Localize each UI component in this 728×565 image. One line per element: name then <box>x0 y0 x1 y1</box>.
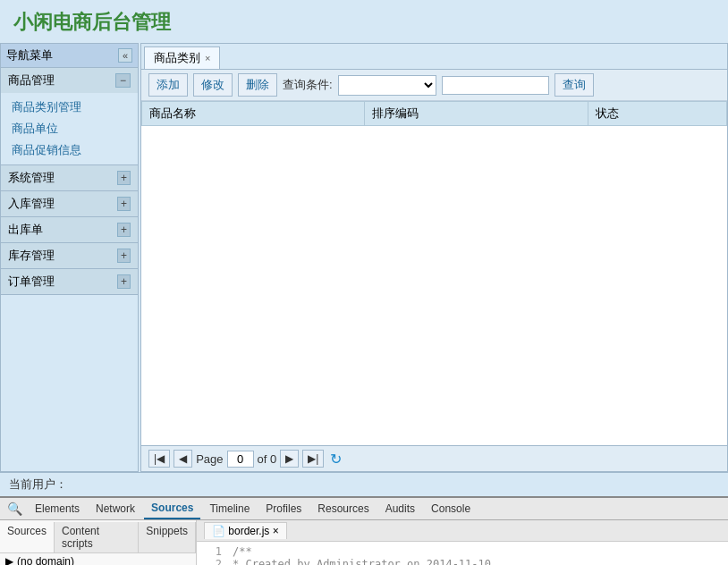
devtools-file-tab[interactable]: 📄 border.js × <box>204 522 287 539</box>
devtools-tab-resources[interactable]: Resources <box>310 499 376 519</box>
devtools-tabs: 🔍 Elements Network Sources Timeline Prof… <box>0 498 728 520</box>
devtools-tab-profiles[interactable]: Profiles <box>258 499 309 519</box>
page-refresh-button[interactable]: ↻ <box>327 451 344 468</box>
sidebar-section-product-header[interactable]: 商品管理 − <box>1 68 138 93</box>
devtools-sidebar-tab-content-scripts[interactable]: Content scripts <box>55 522 139 552</box>
page-prev-button[interactable]: ◀ <box>174 450 192 468</box>
sidebar: 导航菜单 « 商品管理 − 商品类别管理 商品单位 商品促销信息 系统管理 + <box>0 43 139 472</box>
sidebar-section-inventory: 库存管理 + <box>1 243 138 269</box>
page-first-button[interactable]: |◀ <box>148 450 170 468</box>
sidebar-section-system-toggle[interactable]: + <box>117 171 131 185</box>
devtools-search-icon[interactable]: 🔍 <box>4 498 26 519</box>
sidebar-section-product-title: 商品管理 <box>8 72 55 89</box>
sidebar-section-inbound-header[interactable]: 入库管理 + <box>1 191 138 216</box>
tab-label: 商品类别 <box>154 50 200 66</box>
line-number: 2 <box>204 558 222 565</box>
page-of-label: of 0 <box>258 452 277 466</box>
edit-button[interactable]: 修改 <box>193 73 233 97</box>
devtools-tab-sources[interactable]: Sources <box>144 498 200 519</box>
pagination: |◀ ◀ Page of 0 ▶ ▶| ↻ <box>141 445 727 471</box>
sidebar-item-promo[interactable]: 商品促销信息 <box>1 139 138 161</box>
current-user-label: 当前用户： <box>9 477 67 491</box>
sidebar-collapse-button[interactable]: « <box>118 48 132 63</box>
sidebar-product-items: 商品类别管理 商品单位 商品促销信息 <box>1 93 138 164</box>
devtools-panel: 🔍 Elements Network Sources Timeline Prof… <box>0 496 728 565</box>
code-line-2: 2 * Created by Administrator on 2014-11-… <box>204 558 721 565</box>
sidebar-item-category[interactable]: 商品类别管理 <box>1 97 138 118</box>
page-last-button[interactable]: ▶| <box>302 450 324 468</box>
sidebar-title: 导航菜单 <box>6 47 53 63</box>
devtools-tab-timeline[interactable]: Timeline <box>202 499 257 519</box>
sidebar-section-system: 系统管理 + <box>1 165 138 191</box>
devtools-tab-audits[interactable]: Audits <box>378 499 422 519</box>
status-bar: 当前用户： <box>0 472 728 496</box>
sidebar-section-system-title: 系统管理 <box>8 170 55 186</box>
sidebar-section-inventory-header[interactable]: 库存管理 + <box>1 243 138 268</box>
sidebar-section-outbound-title: 出库单 <box>8 222 43 238</box>
sidebar-section-outbound-toggle[interactable]: + <box>117 223 131 237</box>
devtools-code-panel: 📄 border.js × 1 /** 2 * Created by Admin… <box>197 520 728 565</box>
data-table: 商品名称 排序编码 状态 <box>141 101 727 445</box>
tree-arrow-icon: ▶ <box>5 555 13 565</box>
col-code: 排序编码 <box>365 102 588 126</box>
sidebar-section-outbound-header[interactable]: 出库单 + <box>1 217 138 242</box>
devtools-tree-no-domain[interactable]: ▶ (no domain) <box>0 553 196 565</box>
line-content: /** <box>233 545 252 558</box>
sidebar-section-order-toggle[interactable]: + <box>117 274 131 289</box>
sidebar-section-outbound: 出库单 + <box>1 217 138 243</box>
tab-product-category[interactable]: 商品类别 × <box>144 46 220 69</box>
code-line-1: 1 /** <box>204 545 721 558</box>
sidebar-section-order-header[interactable]: 订单管理 + <box>1 269 138 294</box>
sidebar-section-inbound-toggle[interactable]: + <box>117 197 131 211</box>
delete-button[interactable]: 删除 <box>238 73 277 97</box>
tab-bar: 商品类别 × <box>141 44 727 70</box>
tree-item-label: (no domain) <box>17 555 74 565</box>
line-content: * Created by Administrator on 2014-11-10… <box>233 558 497 565</box>
sidebar-section-inventory-toggle[interactable]: + <box>117 249 131 263</box>
devtools-file-name: border.js <box>228 525 269 537</box>
devtools-file-close[interactable]: × <box>273 525 279 537</box>
devtools-body: Sources Content scripts Snippets ▶ (no d… <box>0 520 728 565</box>
devtools-tab-console[interactable]: Console <box>424 499 478 519</box>
devtools-sidebar-tab-sources[interactable]: Sources <box>0 522 55 552</box>
devtools-file-icon: 📄 <box>212 525 225 537</box>
sidebar-section-inbound-title: 入库管理 <box>8 196 55 212</box>
sidebar-section-system-header[interactable]: 系统管理 + <box>1 165 138 190</box>
tab-close-button[interactable]: × <box>205 53 210 63</box>
query-condition-input[interactable] <box>442 76 549 95</box>
page-label: Page <box>196 452 223 466</box>
sidebar-section-inventory-title: 库存管理 <box>8 248 55 264</box>
app-title: 小闲电商后台管理 <box>0 0 728 43</box>
devtools-code-content: 1 /** 2 * Created by Administrator on 20… <box>197 542 728 565</box>
col-status: 状态 <box>588 102 726 126</box>
sidebar-section-product-toggle[interactable]: − <box>115 73 131 88</box>
sidebar-header: 导航菜单 « <box>1 44 138 68</box>
sidebar-section-inbound: 入库管理 + <box>1 191 138 217</box>
col-name: 商品名称 <box>142 102 365 126</box>
sidebar-section-order-title: 订单管理 <box>8 274 55 290</box>
query-label: 查询条件: <box>283 77 333 93</box>
devtools-tab-elements[interactable]: Elements <box>28 499 87 519</box>
sidebar-section-order: 订单管理 + <box>1 269 138 295</box>
page-next-button[interactable]: ▶ <box>280 450 299 468</box>
sidebar-item-unit[interactable]: 商品单位 <box>1 118 138 139</box>
devtools-sidebar-tabs: Sources Content scripts Snippets <box>0 522 196 553</box>
sidebar-section-product: 商品管理 − 商品类别管理 商品单位 商品促销信息 <box>1 68 138 165</box>
devtools-left-sidebar: Sources Content scripts Snippets ▶ (no d… <box>0 520 197 565</box>
devtools-code-header: 📄 border.js × <box>197 520 728 542</box>
devtools-tab-network[interactable]: Network <box>89 499 142 519</box>
line-number: 1 <box>204 545 222 558</box>
content-area: 商品类别 × 添加 修改 删除 查询条件: 查询 商品名称 排序编码 <box>140 43 728 472</box>
query-button[interactable]: 查询 <box>554 73 594 97</box>
page-number-input[interactable] <box>227 451 254 468</box>
query-condition-select[interactable] <box>338 75 436 96</box>
devtools-sidebar-tab-snippets[interactable]: Snippets <box>139 522 196 552</box>
add-button[interactable]: 添加 <box>148 73 188 97</box>
toolbar: 添加 修改 删除 查询条件: 查询 <box>141 70 727 101</box>
